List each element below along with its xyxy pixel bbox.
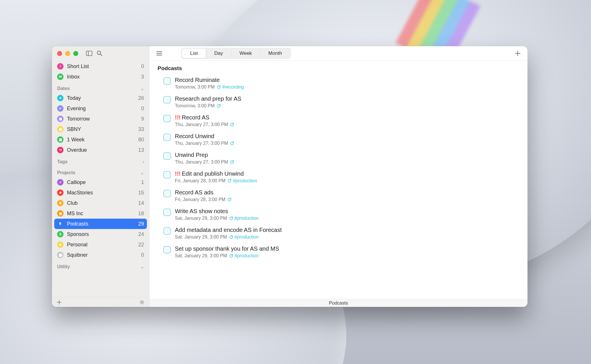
- sidebar-item-calliope[interactable]: ⚡Calliope1: [52, 177, 149, 187]
- zoom-window-button[interactable]: [73, 51, 78, 56]
- task-checkbox[interactable]: [163, 96, 171, 104]
- app-window: !Short List0✉Inbox3Dates⌄✦Today26✔Evenin…: [52, 46, 528, 307]
- add-task-button[interactable]: [514, 49, 522, 57]
- minimize-window-button[interactable]: [65, 51, 70, 56]
- task-title: Research and prep for AS: [175, 95, 241, 102]
- sidebar-item-squibner[interactable]: ⬤Squibner0: [52, 250, 149, 260]
- view-segmented-control[interactable]: ListDayWeekMonth: [181, 48, 291, 59]
- list-icon: ☻: [57, 241, 63, 248]
- main-pane: ListDayWeekMonth Podcasts Record Ruminat…: [149, 46, 528, 307]
- sidebar-item-short-list[interactable]: !Short List0: [52, 61, 149, 72]
- task-checkbox[interactable]: [163, 134, 171, 141]
- task-title: Record AS ads: [175, 189, 231, 196]
- sidebar-item-sponsors[interactable]: $Sponsors24: [52, 229, 149, 239]
- task-row[interactable]: Research and prep for ASTomorrow, 3:00 P…: [158, 93, 528, 112]
- list-icon: ⟲: [57, 147, 63, 153]
- sidebar-item-count: 1: [141, 179, 144, 185]
- sidebar-item-count: 80: [138, 137, 144, 143]
- sidebar-item-1-week[interactable]: ▦1 Week80: [52, 134, 149, 145]
- sidebar-item-podcasts[interactable]: 🎙Podcasts29: [54, 219, 147, 229]
- sidebar-item-personal[interactable]: ☻Personal22: [52, 239, 149, 250]
- window-titlebar: [52, 46, 149, 61]
- sidebar-item-count: 18: [138, 211, 144, 217]
- search-button[interactable]: [96, 49, 104, 57]
- task-meta: Tomorrow, 3:00 PM#recording: [175, 85, 244, 90]
- task-checkbox[interactable]: [163, 77, 171, 85]
- sidebar-item-count: 9: [141, 116, 144, 122]
- sidebar-item-label: Evening: [67, 106, 138, 112]
- task-meta: Sat, January 29, 3:00 PM#production: [175, 234, 282, 240]
- task-list[interactable]: Record RuminateTomorrow, 3:00 PM#recordi…: [149, 74, 528, 299]
- task-tag[interactable]: #production: [233, 178, 257, 183]
- task-meta: Thu, January 27, 3:00 PM: [175, 122, 234, 127]
- sidebar-item-ms-inc[interactable]: ▣MS Inc18: [52, 208, 149, 219]
- sidebar-section-utility[interactable]: Utility⌄: [52, 260, 149, 271]
- sidebar-item-label: MS Inc: [67, 211, 135, 217]
- task-tag[interactable]: #production: [235, 234, 259, 240]
- sidebar-item-club[interactable]: ★Club14: [52, 198, 149, 208]
- list-icon: ✔: [57, 105, 63, 112]
- sidebar-item-label: Today: [67, 95, 135, 101]
- sidebar-settings-button[interactable]: [139, 299, 145, 305]
- repeat-icon: [229, 254, 233, 258]
- task-row[interactable]: Record RuminateTomorrow, 3:00 PM#recordi…: [158, 74, 528, 93]
- sidebar-item-macstories[interactable]: ★MacStories15: [52, 187, 149, 198]
- task-checkbox[interactable]: [163, 209, 171, 216]
- task-tag[interactable]: #recording: [222, 85, 244, 90]
- close-window-button[interactable]: [57, 51, 62, 56]
- task-checkbox[interactable]: [163, 115, 171, 122]
- sidebar-item-tomorrow[interactable]: ▦Tomorrow9: [52, 114, 149, 124]
- task-row[interactable]: Add metadata and encode AS in ForecastSa…: [158, 224, 528, 243]
- section-heading-label: Tags: [57, 159, 143, 164]
- task-checkbox[interactable]: [163, 152, 171, 160]
- repeat-icon: [230, 123, 234, 127]
- list-icon: ▦: [57, 136, 63, 143]
- task-row[interactable]: Record UnwindThu, January 27, 3:00 PM: [158, 131, 528, 149]
- section-heading-label: Utility: [57, 264, 141, 269]
- task-meta: Sat, January 29, 3:00 PM#production: [175, 253, 279, 258]
- svg-point-2: [97, 51, 101, 55]
- task-checkbox[interactable]: [163, 227, 171, 235]
- sidebar-item-label: Club: [67, 200, 135, 206]
- chevron-right-icon: ›: [143, 160, 144, 164]
- view-tab-list[interactable]: List: [182, 49, 206, 58]
- sidebar-item-inbox[interactable]: ✉Inbox3: [52, 72, 149, 82]
- task-tag[interactable]: #production: [235, 253, 259, 258]
- toggle-sidebar-button[interactable]: [85, 49, 93, 57]
- sidebar-section-projects[interactable]: Projects⌄: [52, 166, 149, 177]
- repeat-icon: [229, 235, 233, 239]
- view-tab-month[interactable]: Month: [260, 49, 290, 58]
- task-checkbox[interactable]: [163, 246, 171, 254]
- view-tab-day[interactable]: Day: [206, 49, 231, 58]
- sidebar-section-tags[interactable]: Tags›: [52, 155, 149, 166]
- task-row[interactable]: Record AS adsFri, January 28, 3:00 PM: [158, 187, 528, 206]
- window-traffic-lights[interactable]: [57, 51, 78, 56]
- task-meta: Fri, January 28, 3:00 PM: [175, 197, 231, 202]
- plus-icon: [515, 50, 521, 56]
- task-date: Fri, January 28, 3:00 PM: [175, 178, 225, 183]
- sidebar-item-overdue[interactable]: ⟲Overdue13: [52, 145, 149, 155]
- view-menu-button[interactable]: [155, 49, 163, 57]
- bottom-status-bar: Podcasts: [149, 299, 528, 307]
- sidebar-section-dates[interactable]: Dates⌄: [52, 82, 149, 93]
- sidebar-item-sbny[interactable]: ▦SBNY33: [52, 124, 149, 134]
- task-meta: Thu, January 27, 3:00 PM: [175, 160, 234, 165]
- task-row[interactable]: Set up sponsor thank you for AS and MSSa…: [158, 243, 528, 262]
- task-row[interactable]: !!!Edit and publish UnwindFri, January 2…: [158, 168, 528, 187]
- task-row[interactable]: !!!Record ASThu, January 27, 3:00 PM: [158, 112, 528, 131]
- task-row[interactable]: Write AS show notesSat, January 29, 3:00…: [158, 206, 528, 224]
- task-checkbox[interactable]: [163, 190, 171, 197]
- main-toolbar: ListDayWeekMonth: [149, 46, 528, 61]
- add-list-button[interactable]: [56, 299, 62, 305]
- task-date: Thu, January 27, 3:00 PM: [175, 122, 228, 127]
- task-row[interactable]: Unwind PrepThu, January 27, 3:00 PM: [158, 149, 528, 168]
- sidebar-item-today[interactable]: ✦Today26: [52, 93, 149, 103]
- task-date: Sat, January 29, 3:00 PM: [175, 253, 227, 258]
- task-checkbox[interactable]: [163, 171, 171, 179]
- list-icon: ▦: [57, 116, 63, 122]
- sidebar-item-evening[interactable]: ✔Evening0: [52, 103, 149, 114]
- task-tag[interactable]: #production: [235, 216, 259, 221]
- view-tab-week[interactable]: Week: [231, 49, 260, 58]
- sidebar-item-count: 0: [141, 63, 144, 70]
- task-date: Thu, January 27, 3:00 PM: [175, 141, 228, 146]
